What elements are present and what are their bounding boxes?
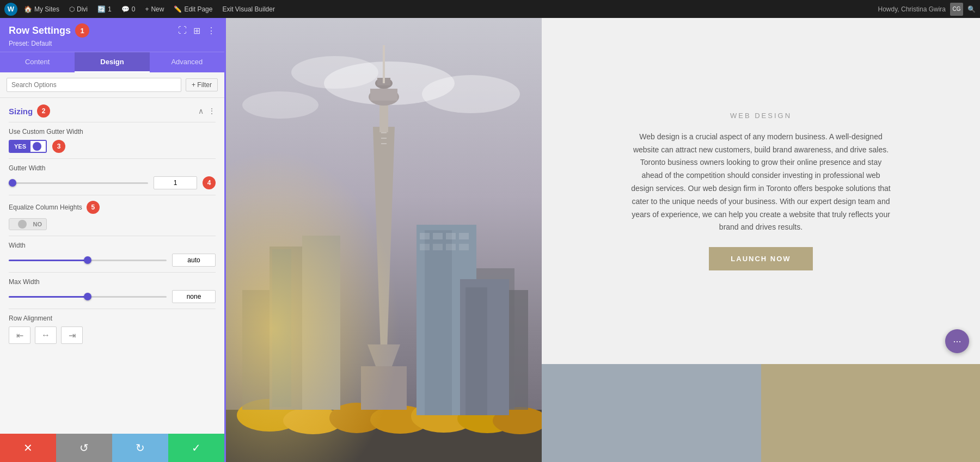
admin-bar-left: W 🏠 My Sites ⬡ Divi 🔄 1 💬 0 + New ✏️ Edi… (4, 3, 876, 16)
refresh-icon: 🔄 (97, 5, 106, 13)
more-icon[interactable]: ⋮ (207, 26, 216, 36)
section-title-row: Sizing 2 (9, 104, 50, 118)
content-body: Web design is a crucial aspect of any mo… (630, 131, 892, 234)
sizing-title: Sizing (9, 107, 33, 116)
max-width-fill (9, 296, 88, 298)
max-width-track (9, 296, 167, 298)
pencil-icon: ✏️ (174, 5, 182, 13)
preset-row: Preset: Default (9, 40, 216, 47)
width-value-input[interactable] (172, 254, 216, 267)
slider-row: 1 4 (9, 176, 216, 189)
tab-advanced[interactable]: Advanced (150, 52, 224, 72)
panel-title-row: Row Settings 1 ⛶ ⊞ ⋮ (9, 23, 216, 38)
width-slider[interactable] (9, 255, 167, 266)
home-icon: 🏠 (24, 5, 32, 13)
gutter-slider[interactable] (9, 177, 148, 188)
width-track (9, 260, 167, 261)
width-slider-row (9, 254, 216, 267)
panel-title: Row Settings (9, 25, 71, 36)
row-alignment-label: Row Alignment (9, 315, 216, 322)
tab-content[interactable]: Content (0, 52, 75, 72)
canvas-area: WEB DESIGN Web design is a crucial aspec… (226, 18, 980, 462)
gutter-toggle-container: YES 3 (9, 140, 216, 153)
equalize-label: Equalize Column Heights (9, 204, 82, 211)
bottom-action-bar: ✕ ↺ ↻ ✓ (0, 434, 224, 462)
plus-icon: + (145, 5, 149, 13)
section-more-icon[interactable]: ⋮ (208, 107, 216, 115)
search-input[interactable] (7, 78, 181, 92)
color-swatches (542, 364, 980, 462)
save-button[interactable]: ✓ (168, 434, 224, 462)
toggle-yes-track (30, 141, 46, 152)
toggle-yes-thumb (33, 142, 41, 151)
slider-thumb[interactable] (9, 179, 16, 187)
wordpress-icon[interactable]: W (4, 3, 17, 16)
comments-menu[interactable]: 💬 0 (118, 5, 139, 13)
tab-design[interactable]: Design (75, 52, 149, 72)
gutter-value-input[interactable]: 1 (154, 176, 197, 189)
content-top: WEB DESIGN Web design is a crucial aspec… (542, 18, 980, 364)
hero-image (226, 18, 542, 462)
updates-menu[interactable]: 🔄 1 (94, 5, 115, 13)
expand-icon[interactable]: ⛶ (178, 26, 187, 35)
gutter-width-toggle-row: Use Custom Gutter Width YES 3 (0, 122, 224, 158)
row-settings-panel: Row Settings 1 ⛶ ⊞ ⋮ Preset: Default Con… (0, 18, 226, 462)
divi-icon: ⬡ (69, 5, 75, 13)
alignment-buttons: ⇤ ↔ ⇥ (9, 327, 216, 344)
max-width-row: Max Width (0, 273, 224, 309)
my-sites-menu[interactable]: 🏠 My Sites (21, 5, 63, 13)
floating-action-button[interactable]: ··· (945, 329, 969, 353)
align-left-btn[interactable]: ⇤ (9, 327, 30, 344)
gutter-slider-label: Gutter Width (9, 164, 216, 172)
admin-bar-right: Howdy, Christina Gwira CG 🔍 (878, 3, 976, 16)
svg-rect-44 (226, 18, 542, 462)
preset-text[interactable]: Preset: Default (9, 40, 52, 47)
step-4-badge: 4 (203, 176, 216, 189)
edit-page-link[interactable]: ✏️ Edit Page (170, 5, 216, 13)
align-center-btn[interactable]: ↔ (35, 327, 57, 344)
section-icons: ∧ ⋮ (198, 107, 216, 115)
toggle-no-label: NO (29, 219, 47, 230)
user-avatar[interactable]: CG (950, 3, 963, 16)
max-width-thumb[interactable] (84, 293, 91, 300)
panel-tabs: Content Design Advanced (0, 52, 224, 72)
step-2-badge: 2 (37, 104, 50, 118)
launch-button[interactable]: LAUNCH NOW (709, 247, 812, 270)
toggle-yes[interactable]: YES (9, 140, 47, 153)
admin-search-icon[interactable]: 🔍 (967, 5, 976, 13)
columns-icon[interactable]: ⊞ (193, 26, 200, 36)
row-alignment-row: Row Alignment ⇤ ↔ ⇥ (0, 309, 224, 349)
max-width-value-input[interactable] (172, 290, 216, 303)
page-content: WEB DESIGN Web design is a crucial aspec… (226, 18, 980, 462)
exit-builder-link[interactable]: Exit Visual Builder (219, 5, 278, 13)
tan-swatch (761, 364, 981, 462)
new-menu[interactable]: + New (142, 5, 167, 13)
undo-button[interactable]: ↺ (56, 434, 112, 462)
divi-menu[interactable]: ⬡ Divi (66, 5, 91, 13)
toggle-no[interactable]: NO (9, 218, 47, 230)
max-width-label: Max Width (9, 278, 216, 286)
content-panel: WEB DESIGN Web design is a crucial aspec… (542, 18, 980, 462)
width-thumb[interactable] (84, 256, 91, 264)
equalize-toggle-container: NO (9, 218, 216, 230)
main-layout: Row Settings 1 ⛶ ⊞ ⋮ Preset: Default Con… (0, 18, 980, 462)
align-right-btn[interactable]: ⇥ (61, 327, 83, 344)
filter-button[interactable]: + Filter (186, 78, 218, 91)
cancel-button[interactable]: ✕ (0, 434, 56, 462)
equalize-row: Equalize Column Heights 5 NO (0, 195, 224, 236)
redo-button[interactable]: ↻ (112, 434, 168, 462)
toggle-no-thumb (18, 220, 27, 229)
width-fill (9, 260, 88, 261)
slider-track (9, 182, 148, 184)
gutter-slider-row: Gutter Width 1 4 (0, 159, 224, 195)
panel-content: Sizing 2 ∧ ⋮ Use Custom Gutter Width YES (0, 98, 224, 434)
cityscape-svg (226, 18, 542, 462)
step-5-badge: 5 (87, 201, 100, 214)
panel-header: Row Settings 1 ⛶ ⊞ ⋮ Preset: Default (0, 18, 224, 52)
max-width-slider-row (9, 290, 216, 303)
max-width-slider[interactable] (9, 291, 167, 302)
collapse-icon[interactable]: ∧ (198, 107, 204, 115)
step-3-badge: 3 (52, 140, 65, 153)
content-subtitle: WEB DESIGN (730, 112, 792, 120)
gutter-width-label: Use Custom Gutter Width (9, 128, 216, 135)
